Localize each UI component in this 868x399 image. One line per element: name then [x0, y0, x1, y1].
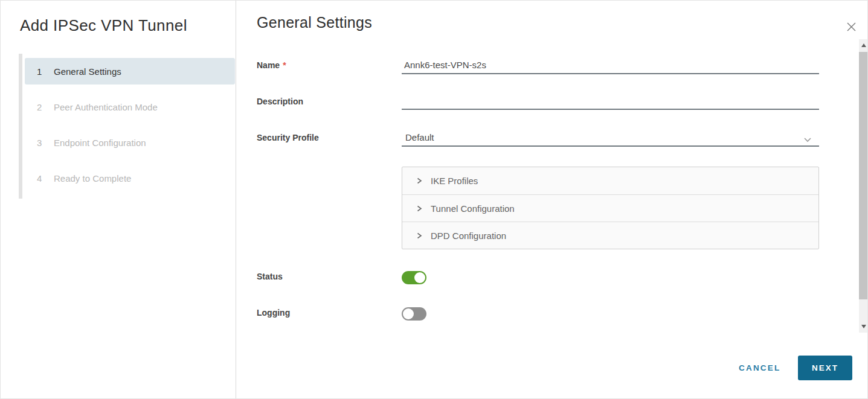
next-button[interactable]: NEXT [798, 356, 852, 380]
status-label: Status [257, 272, 283, 281]
step-number: 4 [37, 173, 54, 184]
step-number: 2 [37, 102, 54, 112]
status-toggle[interactable] [402, 271, 426, 284]
scrollbar-track[interactable] [859, 39, 868, 333]
cancel-button[interactable]: CANCEL [739, 363, 780, 372]
wizard-steps: 1 General Settings 2 Peer Authentication… [19, 54, 235, 191]
chevron-down-icon [803, 134, 812, 144]
wizard-step-general-settings[interactable]: 1 General Settings [25, 58, 235, 85]
required-asterisk: * [283, 60, 286, 70]
scroll-down-arrow-icon[interactable] [861, 325, 866, 328]
ike-profiles-section[interactable]: IKE Profiles [402, 167, 818, 194]
steps-progress-bar [19, 54, 22, 199]
page-title: General Settings [257, 14, 372, 31]
dialog-title: Add IPSec VPN Tunnel [20, 16, 187, 35]
security-profile-label: Security Profile [257, 133, 319, 142]
dpd-configuration-section[interactable]: DPD Configuration [402, 222, 818, 249]
security-profile-select[interactable]: Default [402, 129, 819, 147]
description-label: Description [257, 97, 303, 106]
step-label: General Settings [54, 66, 121, 77]
wizard-sidebar: Add IPSec VPN Tunnel 1 General Settings … [1, 1, 236, 399]
name-label: Name* [257, 60, 286, 70]
logging-label: Logging [257, 308, 290, 318]
step-label: Ready to Complete [54, 173, 131, 184]
step-label: Peer Authentication Mode [54, 102, 158, 112]
tunnel-configuration-section[interactable]: Tunnel Configuration [402, 194, 818, 222]
scroll-up-arrow-icon[interactable] [861, 43, 866, 47]
scrollbar-thumb[interactable] [859, 52, 868, 299]
section-label: Tunnel Configuration [431, 203, 515, 214]
description-input[interactable] [402, 92, 819, 110]
security-profile-value: Default [405, 132, 434, 142]
step-number: 3 [37, 138, 54, 148]
profiles-accordion: IKE Profiles Tunnel Configuration DPD Co… [402, 167, 819, 249]
logging-toggle[interactable] [402, 307, 426, 321]
wizard-step-peer-authentication-mode[interactable]: 2 Peer Authentication Mode [25, 94, 235, 120]
chevron-right-icon [416, 205, 423, 212]
chevron-right-icon [416, 177, 423, 185]
step-label: Endpoint Configuration [54, 138, 146, 148]
wizard-step-ready-to-complete[interactable]: 4 Ready to Complete [25, 165, 235, 191]
close-icon [846, 21, 857, 33]
chevron-right-icon [416, 232, 423, 240]
section-label: IKE Profiles [431, 176, 478, 186]
wizard-step-endpoint-configuration[interactable]: 3 Endpoint Configuration [25, 129, 235, 156]
name-input[interactable] [402, 56, 819, 74]
section-label: DPD Configuration [431, 231, 506, 241]
close-button[interactable] [844, 19, 858, 34]
add-ipsec-vpn-tunnel-dialog: Add IPSec VPN Tunnel 1 General Settings … [0, 0, 868, 399]
step-number: 1 [37, 66, 54, 77]
